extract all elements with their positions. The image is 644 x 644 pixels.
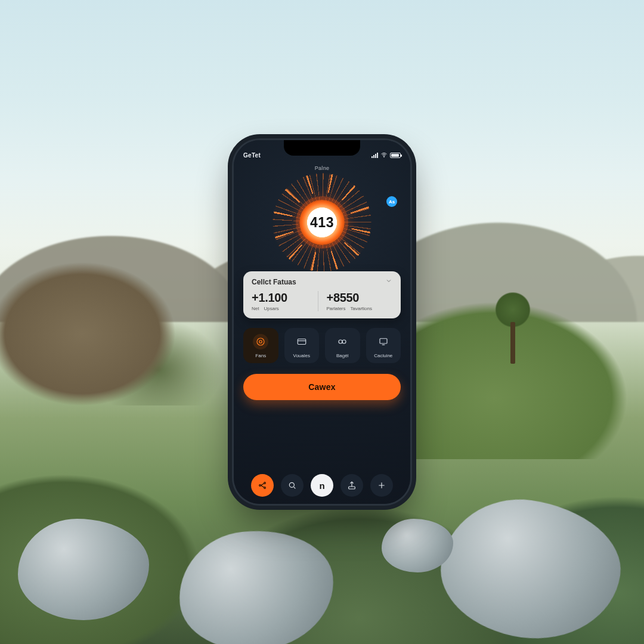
primary-cta-button[interactable]: Cawex (243, 374, 401, 400)
score-dial[interactable]: 413 As (243, 174, 401, 271)
svg-point-8 (264, 482, 266, 484)
app-screen: GeTet Palne 413 As Cellct Fatu (234, 140, 410, 504)
svg-rect-3 (298, 339, 306, 345)
svg-point-0 (384, 157, 385, 157)
device-icon (376, 334, 391, 349)
score-value: 413 (299, 200, 345, 245)
battery-icon (390, 153, 401, 158)
target-icon (253, 334, 268, 349)
svg-point-9 (264, 487, 266, 489)
search-nav[interactable] (281, 474, 304, 497)
metric-label: Upsars (264, 306, 278, 311)
home-nav[interactable]: n (311, 474, 333, 497)
search-icon (287, 481, 297, 490)
fans-tile[interactable]: Fans (243, 328, 278, 363)
metric-left: +1.100 Net Upsars (252, 291, 318, 311)
svg-rect-6 (380, 339, 387, 343)
status-left-label: GeTet (243, 152, 261, 159)
bottom-nav: n (243, 466, 401, 497)
metric-label: Parlaters (327, 306, 346, 311)
tile-label: Cacluine (374, 353, 392, 358)
share-nav[interactable] (251, 474, 274, 497)
svg-point-1 (257, 338, 264, 345)
header-subtitle: Palne (243, 165, 401, 171)
stats-card-title: Cellct Fatuas (252, 278, 296, 286)
vouales-tile[interactable]: Vouales (284, 328, 320, 363)
svg-point-5 (342, 340, 346, 343)
metric-right: +8550 Parlaters Tavartions (318, 291, 393, 311)
svg-point-10 (289, 482, 294, 487)
tree (483, 280, 543, 358)
add-nav[interactable] (370, 474, 393, 497)
svg-rect-11 (349, 487, 355, 489)
share-icon (258, 481, 267, 490)
svg-point-4 (339, 340, 342, 343)
status-right (371, 151, 401, 159)
metric-value: +1.100 (252, 291, 318, 305)
export-icon (347, 481, 357, 490)
tile-label: Vouales (293, 353, 310, 358)
home-glyph: n (319, 481, 324, 491)
chevron-down-icon[interactable] (385, 277, 392, 286)
landscape-background: GeTet Palne 413 As Cellct Fatu (0, 0, 644, 644)
cellular-icon (371, 153, 378, 158)
phone-frame: GeTet Palne 413 As Cellct Fatu (234, 140, 410, 504)
tile-label: Bagél (336, 353, 348, 358)
svg-point-7 (259, 485, 261, 487)
rock-left (0, 227, 233, 405)
action-tiles: Fans Vouales Bagél (243, 328, 401, 363)
metric-value: +8550 (327, 291, 393, 305)
link-icon (335, 334, 350, 349)
bagel-tile[interactable]: Bagél (325, 328, 360, 363)
phone-notch (284, 140, 360, 156)
wifi-icon (380, 151, 388, 159)
dial-badge[interactable]: As (386, 196, 397, 207)
svg-point-2 (259, 340, 262, 343)
cacluine-tile[interactable]: Cacluine (366, 328, 401, 363)
plus-icon (377, 481, 386, 490)
metric-label: Tavartions (351, 306, 372, 311)
metric-label: Net (252, 306, 259, 311)
export-nav[interactable] (340, 474, 363, 497)
card-icon (294, 334, 309, 349)
tile-label: Fans (255, 353, 266, 358)
stats-card[interactable]: Cellct Fatuas +1.100 Net Upsars +855 (243, 271, 401, 318)
